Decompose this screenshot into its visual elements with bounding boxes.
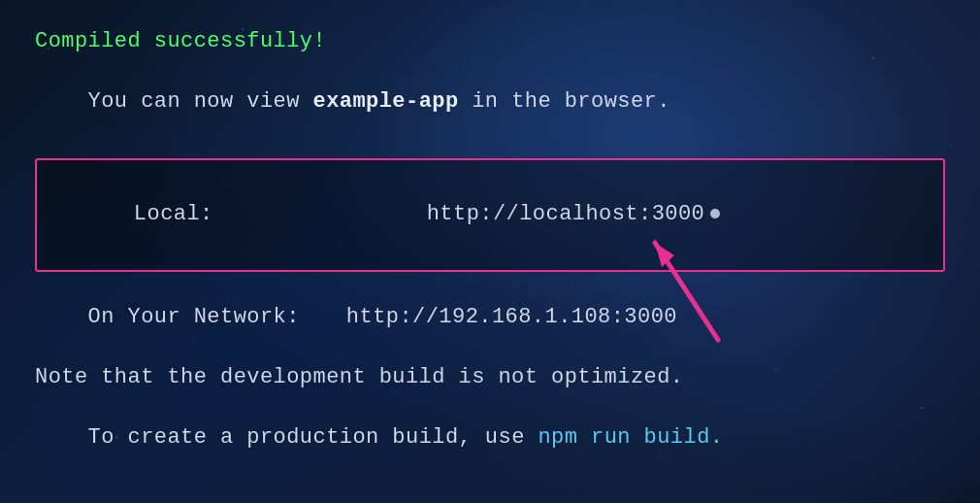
webpack-line: webpack compiled successfully bbox=[35, 483, 945, 503]
compiled-success-line: Compiled successfully! bbox=[35, 27, 945, 57]
app-name: example-app bbox=[313, 89, 459, 114]
local-url: http://localhost:3000 bbox=[427, 202, 705, 226]
network-label: On Your Network: bbox=[88, 305, 300, 329]
note-line-1: Note that the development build is not o… bbox=[35, 363, 945, 393]
note-suffix: run build. bbox=[577, 425, 723, 450]
view-line: You can now view example-app in the brow… bbox=[35, 57, 945, 147]
terminal-output: Compiled successfully! You can now view … bbox=[0, 0, 980, 503]
view-suffix: in the browser. bbox=[459, 89, 670, 114]
npm-text: npm bbox=[538, 425, 577, 450]
note-line-2: To create a production build, use npm ru… bbox=[35, 393, 945, 483]
local-line: Local:http://localhost:3000 bbox=[54, 170, 926, 259]
local-url-box: Local:http://localhost:3000 bbox=[35, 158, 945, 271]
dot-decoration bbox=[710, 209, 720, 218]
network-url: http://192.168.1.108:3000 bbox=[346, 305, 677, 329]
local-label: Local: bbox=[134, 202, 213, 226]
note-prefix: To create a production build, use bbox=[88, 425, 539, 450]
network-line: On Your Network:http://192.168.1.108:300… bbox=[35, 274, 945, 363]
view-prefix: You can now view bbox=[88, 89, 313, 114]
